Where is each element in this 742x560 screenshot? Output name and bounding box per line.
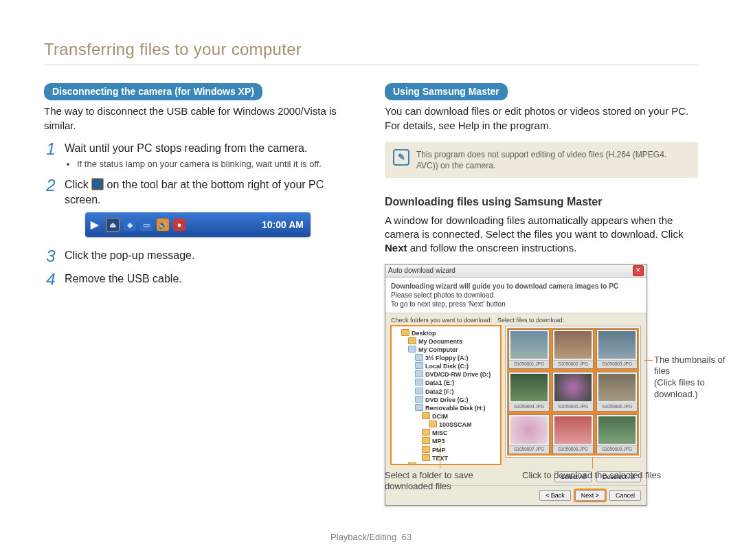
thumbnail-grid: S1050001.JPG S1050002.JPG S1050003.JPG S… <box>505 326 641 458</box>
callout-connector <box>592 458 593 469</box>
network-tray-icon[interactable]: ● <box>173 219 186 231</box>
page-title: Transferring files to your computer <box>44 38 698 60</box>
callout-folder: Select a folder to save downloaded files <box>385 470 502 493</box>
step-substep: If the status lamp on your camera is bli… <box>77 158 357 170</box>
two-column-layout: Disconnecting the camera (for Windows XP… <box>44 83 698 505</box>
tree-item[interactable]: Data1 (E:) <box>425 379 454 386</box>
tree-item[interactable]: DVD Drive (G:) <box>425 396 469 403</box>
callout-connector <box>644 360 653 361</box>
step-number: 1 <box>44 141 58 170</box>
tree-item[interactable]: Removable Disk (H:) <box>425 405 486 412</box>
wizard-instructions: Downloading wizard will guide you to dow… <box>385 278 647 313</box>
volume-tray-icon[interactable]: 🔊 <box>157 219 169 231</box>
callout-line-text: Select a folder to save <box>385 470 502 482</box>
left-column: Disconnecting the camera (for Windows XP… <box>44 83 357 505</box>
thumbnail[interactable]: S1050004.JPG <box>508 372 550 412</box>
callout-thumbnails: The thumbnails of files (Click files to … <box>654 355 730 401</box>
tree-item[interactable]: Desktop <box>412 330 436 337</box>
subbody-bold: Next <box>385 242 407 254</box>
start-arrow-icon: ▶ <box>91 218 102 232</box>
back-button[interactable]: < Back <box>539 490 571 501</box>
callout-line-text: Click to download the selected files <box>522 470 661 480</box>
wizard-instr-title: Downloading wizard will guide you to dow… <box>391 282 641 291</box>
callout-next: Click to download the selected files <box>522 470 694 482</box>
thumbnail[interactable]: S1050009.JPG <box>596 414 638 454</box>
note-box: ✎ This program does not support editing … <box>385 142 698 178</box>
step-number: 4 <box>44 271 58 288</box>
left-intro: The way to disconnect the USB cable for … <box>44 104 357 133</box>
step-text: Wait until your PC stops reading from th… <box>65 141 357 156</box>
note-text: This program does not support editing of… <box>416 150 666 170</box>
cancel-button[interactable]: Cancel <box>609 490 641 501</box>
footer-page-number: 63 <box>401 532 411 542</box>
tree-item[interactable]: DVD/CD-RW Drive (D:) <box>425 371 491 378</box>
footer-section: Playback/Editing <box>330 532 396 542</box>
display-tray-icon[interactable]: ▭ <box>140 219 153 231</box>
step-4: 4 Remove the USB cable. <box>44 271 357 288</box>
step-text: Remove the USB cable. <box>65 271 357 287</box>
unplug-hardware-tray-icon[interactable]: ⏏ <box>106 218 120 232</box>
tree-item[interactable]: Local Disk (C:) <box>425 363 469 370</box>
step-3: 3 Click the pop-up message. <box>44 248 357 265</box>
step-text: Click the pop-up message. <box>65 248 357 263</box>
callout-connector <box>440 443 440 469</box>
shield-tray-icon[interactable]: ◆ <box>124 219 136 231</box>
wizard-instr-line: Please select photos to download. <box>391 291 641 300</box>
thumbnail[interactable]: S1050005.JPG <box>552 372 594 412</box>
step-number: 2 <box>44 177 58 241</box>
section-pill-samsung-master: Using Samsung Master <box>385 83 508 100</box>
close-icon[interactable]: ✕ <box>633 265 644 276</box>
thumbnail[interactable]: S1050002.JPG <box>552 329 594 369</box>
downloading-body: A window for downloading files automatic… <box>385 214 698 256</box>
wizard-title: Auto download wizard <box>388 266 456 276</box>
step-text: Click on the tool bar at the bottom righ… <box>65 177 357 207</box>
next-button[interactable]: Next > <box>575 490 605 501</box>
tree-item[interactable]: Data2 (F:) <box>425 388 454 395</box>
subbody-before: A window for downloading files automatic… <box>385 214 683 240</box>
wizard-right-label: Select files to download: <box>497 316 564 324</box>
wizard-titlebar[interactable]: Auto download wizard ✕ <box>385 265 647 278</box>
wizard-left-label: Check folders you want to download: <box>391 316 497 324</box>
thumbnail[interactable]: S1050001.JPG <box>508 329 550 369</box>
page-footer: Playback/Editing 63 <box>0 531 742 544</box>
note-icon: ✎ <box>393 149 409 166</box>
tree-item[interactable]: Control Panel <box>418 463 459 464</box>
tree-item[interactable]: DCIM <box>432 413 448 420</box>
callout-line-text: The thumbnails of files <box>654 355 730 378</box>
step-number: 3 <box>44 248 58 265</box>
thumbnail[interactable]: S1050006.JPG <box>596 372 638 412</box>
thumbnail[interactable]: S1050008.JPG <box>552 414 594 454</box>
section-pill-disconnect: Disconnecting the camera (for Windows XP… <box>44 83 262 100</box>
wizard-panel-labels: Check folders you want to download: Sele… <box>385 313 647 326</box>
unplug-hardware-icon <box>91 178 104 190</box>
tree-item[interactable]: MISC <box>432 429 448 436</box>
downloading-subheading: Downloading files using Samsung Master <box>385 194 698 210</box>
tree-item[interactable]: 100SSCAM <box>439 421 472 428</box>
tree-item[interactable]: My Documents <box>418 338 462 345</box>
step-2: 2 Click on the tool bar at the bottom ri… <box>44 177 357 241</box>
right-intro: You can download files or edit photos or… <box>385 104 698 133</box>
thumbnail[interactable]: S1050003.JPG <box>596 329 638 369</box>
step-text-after: on the tool bar at the bottom right of y… <box>65 179 324 205</box>
tree-item[interactable]: MP3 <box>432 438 445 445</box>
wizard-wrap: Auto download wizard ✕ Downloading wizar… <box>385 264 698 506</box>
title-rule <box>44 65 698 65</box>
thumbnail[interactable]: S1050007.JPG <box>508 414 550 454</box>
subbody-after: and follow the onscreen instructions. <box>407 242 577 254</box>
step-1: 1 Wait until your PC stops reading from … <box>44 141 357 170</box>
tree-item[interactable]: PMP <box>432 447 446 453</box>
wizard-instr-line: To go to next step, press 'Next' button <box>391 300 641 309</box>
step-text-before: Click <box>65 179 91 190</box>
callout-line-text: (Click files to download.) <box>654 377 730 401</box>
steps-list: 1 Wait until your PC stops reading from … <box>44 141 357 288</box>
folder-tree[interactable]: Desktop My Documents My Computer 3½ Flop… <box>391 326 501 464</box>
tree-item[interactable]: My Computer <box>418 346 458 353</box>
callout-line-text: downloaded files <box>385 481 502 493</box>
right-column: Using Samsung Master You can download fi… <box>385 83 698 505</box>
taskbar-clock: 10:00 AM <box>262 219 305 232</box>
tree-item[interactable]: 3½ Floppy (A:) <box>425 355 469 361</box>
windows-taskbar: ▶ ⏏ ◆ ▭ 🔊 ● 10:00 AM <box>85 212 311 237</box>
